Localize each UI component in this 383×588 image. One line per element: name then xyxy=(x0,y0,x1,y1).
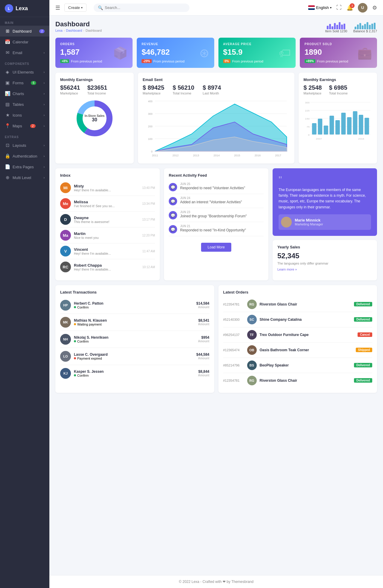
notifications-button[interactable]: 🔔 3 xyxy=(346,4,353,11)
activity-item: 💬 JUN 21 Responded to need "In-Kind Oppo… xyxy=(169,222,264,236)
sidebar-item-icons[interactable]: ★ Icons › xyxy=(0,110,49,120)
status-label: Waiting payment xyxy=(77,323,102,326)
trans-avatar: KJ xyxy=(60,368,71,379)
trans-avatar: HP xyxy=(60,300,71,311)
avatar: D xyxy=(60,214,71,225)
item-sold-bars xyxy=(327,20,345,29)
fullscreen-icon[interactable]: ⛶ xyxy=(336,4,342,11)
order-item: #85214796 BS BeoPlay Speaker Delivered xyxy=(223,358,373,373)
trans-info: Mathias N. Klausen Waiting payment xyxy=(74,318,107,326)
email-last-month-label: Last Month xyxy=(203,91,221,95)
orders-icon: 📦 xyxy=(113,46,128,60)
order-id: #85214796 xyxy=(223,364,244,367)
author-name: Marie Minnick xyxy=(295,218,323,222)
order-id: #12354781 xyxy=(223,303,244,306)
order-badge: Delivered xyxy=(354,317,372,322)
svg-text:300: 300 xyxy=(305,101,310,104)
learn-more-link[interactable]: Learn more » xyxy=(277,268,358,271)
svg-text:0: 0 xyxy=(308,134,310,136)
sidebar-item-label: Tables xyxy=(13,102,24,107)
breadcrumb-lexa[interactable]: Lexa xyxy=(55,29,63,32)
email-last-month-val: $ 8974 xyxy=(203,84,221,91)
sidebar-item-ui-elements[interactable]: ◈ UI Elements › xyxy=(0,67,49,77)
yearly-bars xyxy=(362,252,372,276)
email-marketplace-val: $ 89425 xyxy=(143,84,164,91)
svg-rect-39 xyxy=(347,117,352,135)
dashboard-badge: 2 xyxy=(39,29,45,33)
sidebar-item-calendar[interactable]: 📅 Calendar xyxy=(0,36,49,47)
total-income-val: $23651 xyxy=(87,84,107,91)
orders-footer-text: From previous period xyxy=(71,59,102,63)
logo-text: Lexa xyxy=(16,5,28,12)
language-selector[interactable]: English ▾ xyxy=(308,5,332,10)
load-more-button[interactable]: Load More xyxy=(201,243,231,252)
trans-status: Confirm xyxy=(74,340,108,343)
transactions-row: Latest Transactions HP Herbert C. Patton… xyxy=(55,285,377,393)
svg-text:2017: 2017 xyxy=(275,154,281,157)
total-income-label: Total Income xyxy=(87,91,107,95)
sidebar-item-label: Dashboard xyxy=(13,29,32,33)
inbox-preview: This theme is awesome! xyxy=(74,220,110,224)
settings-icon[interactable]: ⚙ xyxy=(372,4,377,11)
authentication-icon: 🔒 xyxy=(5,153,10,159)
donut-chart: In-Store Sales 30 xyxy=(74,97,115,139)
amount-label: Amount xyxy=(196,357,209,360)
chevron-right-icon: › xyxy=(44,165,45,169)
create-button[interactable]: Create ▾ xyxy=(64,4,86,12)
svg-text:75: 75 xyxy=(307,126,310,128)
ui-elements-icon: ◈ xyxy=(5,69,10,75)
sidebar-item-extra-pages[interactable]: 📄 Extra Pages › xyxy=(0,161,49,172)
inbox-item: Me Melissa I've finished it! See you so.… xyxy=(60,196,155,212)
right-total-label: Total Income xyxy=(329,91,347,95)
forms-badge: 6 xyxy=(31,81,36,85)
breadcrumb-dashboard2: Dashboard xyxy=(86,29,102,32)
status-label: Confirm xyxy=(77,340,89,343)
stat-card-product-sold: PRODUCT SOLD 1890 💼 +89% From previous p… xyxy=(300,38,377,68)
order-name: BeoPlay Speaker xyxy=(260,363,351,367)
inbox-time: 13:34 PM xyxy=(142,202,155,205)
order-name: Shine Company Catalina xyxy=(260,317,351,322)
bar xyxy=(371,24,373,30)
flag-icon xyxy=(308,5,315,10)
svg-text:100: 100 xyxy=(148,138,152,140)
sidebar-item-layouts[interactable]: ⊡ Layouts › xyxy=(0,140,49,151)
inbox-text-block: Misty Hey! there I'm available... xyxy=(74,184,111,192)
stat-cards: ORDERS 1,587 📦 +8% From previous period … xyxy=(55,38,377,68)
revenue-footer-text: From previous period xyxy=(153,59,185,63)
avatar: V xyxy=(60,246,71,256)
menu-toggle-button[interactable]: ☰ xyxy=(55,4,60,11)
inbox-text-block: Dwayne This theme is awesome! xyxy=(74,216,110,224)
sidebar-item-maps[interactable]: 📍 Maps 2 › xyxy=(0,120,49,131)
topbar-right: English ▾ ⛶ 🔔 3 U ⚙ xyxy=(308,3,377,13)
bar xyxy=(336,25,338,29)
trans-amount: $44,584 Amount xyxy=(196,352,209,360)
activity-text: Joined the group "Boardsmanship Forum" xyxy=(180,214,247,218)
svg-text:2016: 2016 xyxy=(254,154,260,157)
sidebar-item-email[interactable]: ✉ Email › xyxy=(0,47,49,58)
order-id: #12365474 xyxy=(223,348,244,352)
right-marketplace-block: $ 2548 Marketplace xyxy=(303,84,322,95)
mini-chart-balance: Balance $ 2,317 xyxy=(353,20,377,33)
trans-name: Lasse C. Overgaard xyxy=(74,352,108,357)
search-input[interactable] xyxy=(105,5,185,10)
multi-level-icon: ⊕ xyxy=(5,175,10,180)
sidebar-item-tables[interactable]: ▤ Tables › xyxy=(0,99,49,110)
order-avatar: BS xyxy=(247,361,257,370)
sidebar-item-forms[interactable]: ▣ Forms 6 › xyxy=(0,77,49,88)
trans-name: Nikolaj S. Henriksen xyxy=(74,335,108,340)
avatar[interactable]: U xyxy=(358,3,367,13)
product-sold-label: PRODUCT SOLD xyxy=(305,42,372,46)
author-avatar xyxy=(281,217,292,227)
sidebar-item-multi-level[interactable]: ⊕ Multi Level › xyxy=(0,172,49,183)
sidebar-item-authentication[interactable]: 🔒 Authentication › xyxy=(0,151,49,161)
sidebar-item-charts[interactable]: 📊 Charts › xyxy=(0,88,49,99)
right-total-block: $ 6985 Total Income xyxy=(329,84,347,95)
page-header: Dashboard Lexa › Dashboard › Dashboard xyxy=(55,20,377,33)
activity-dot: 💬 xyxy=(169,197,177,205)
breadcrumb-dashboard1[interactable]: Dashboard xyxy=(66,29,82,32)
trans-amount: $8,541 Amount xyxy=(198,318,209,326)
latest-orders-card: Latest Orders #12354781 RG Riverston Gla… xyxy=(218,285,377,393)
amount-val: $14,584 xyxy=(196,301,209,306)
svg-text:2013: 2013 xyxy=(193,154,199,157)
sidebar-item-dashboard[interactable]: ⊞ Dashboard 2 xyxy=(0,26,49,36)
